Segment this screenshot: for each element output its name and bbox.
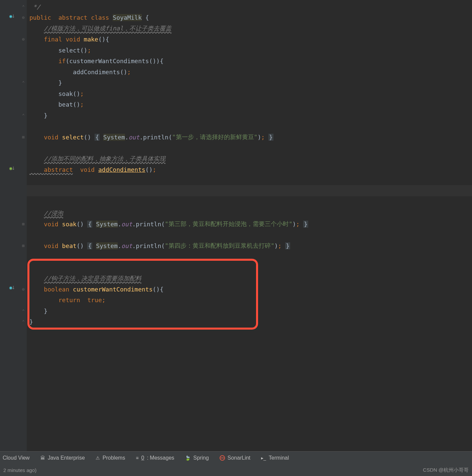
brace: { [142,14,149,21]
code-editor[interactable]: ◉↓ ◉↓ ◉↓ ⌃ ⊖ ⊖ ⌃ ⌃ ⊞ ⊞ ⊞ ⊖ ⌃ ⌃ */ public… [0,0,472,451]
keyword: void [66,36,80,43]
problems-label: Problems [103,455,125,461]
keyword: final [44,36,62,43]
keyword: abstract [44,166,73,173]
fold-end-icon[interactable]: ⌃ [20,1,27,12]
building-icon: 🏛 [40,455,45,461]
string-literal: "第四步：黄豆和配料放到豆浆机去打碎" [165,242,274,250]
fold-end-icon[interactable]: ⌃ [20,78,27,89]
class-ref: System [96,242,118,249]
fold-start-icon[interactable]: ⊖ [20,284,27,295]
override-icon[interactable]: ◉↓ [9,12,17,19]
terminal-tab[interactable]: ▸_Terminal [261,455,289,461]
sonarlint-tab[interactable]: SonarLint [220,455,251,461]
method-name: make [84,36,98,43]
class-ref: System [103,134,125,141]
string-literal: "第一步，请选择好的新鲜黄豆" [172,133,258,141]
keyword: void [44,242,58,249]
method-name: select [62,134,84,141]
fold-collapsed-icon[interactable]: ⊞ [20,132,27,143]
fold-end-icon[interactable]: ⌃ [20,110,27,121]
fold-start-icon[interactable]: ⊖ [20,34,27,45]
java-ee-label: Java Enterprise [48,455,85,461]
paren: (){ [98,36,109,43]
brace: } [44,308,47,315]
fold-start-icon[interactable]: ⊖ [20,12,27,23]
method-name: customerWantCondiments [73,286,152,293]
keyword: public [29,14,51,21]
code-area[interactable]: */ public abstract class SoyaMilk { //模版… [27,0,472,451]
override-icon[interactable]: ◉↓ [9,164,17,171]
status-left-text: 2 minutes ago) [3,467,36,473]
fold-end-icon[interactable]: ⌃ [20,317,27,328]
sonarlint-icon [220,455,225,461]
messages-tab[interactable]: ≡0: Messages [136,455,174,461]
list-icon: ≡ [136,455,138,461]
semicolon: ; [102,296,106,304]
messages-count: 0 [141,455,144,461]
method-name: soak [62,221,77,228]
cloud-view-label: Cloud View [3,455,30,461]
terminal-icon: ▸_ [261,455,266,461]
fold-end-icon[interactable]: ⌃ [20,306,27,317]
method-name: addCondiments [98,166,145,173]
problems-tab[interactable]: ⚠Problems [96,455,125,461]
keyword: abstract [58,14,88,21]
tool-window-bar: Cloud View 🏛Java Enterprise ⚠Problems ≡0… [0,451,472,464]
comment-text: //添加不同的配料，抽象方法，子类具体实现 [44,155,165,163]
keyword: class [91,14,109,21]
call: addCondiments() [73,69,127,76]
fold-collapsed-icon[interactable]: ⊞ [20,240,27,251]
keyword: if [58,57,66,65]
paren: () [77,221,84,228]
keyword: true [87,296,102,304]
watermark-text: CSDN @杭州小哥哥 [423,467,469,473]
condition: (customerWantCondiments()){ [66,57,163,65]
keyword: return [58,296,80,304]
class-name: SoyaMilk [113,14,142,21]
paren: () [77,242,84,249]
status-bar: 2 minutes ago) CSDN @杭州小哥哥 [0,464,472,476]
paren: (){ [152,286,163,293]
keyword: void [44,221,58,228]
cloud-view-tab[interactable]: Cloud View [3,455,30,461]
field-ref: out [121,242,132,249]
field-ref: out [121,221,132,228]
spring-label: Spring [193,455,209,461]
leaf-icon: 🍃 [185,455,191,461]
messages-label: : Messages [147,455,174,461]
brace: } [58,79,62,86]
warning-icon: ⚠ [96,455,100,461]
method-name: beat [62,242,77,249]
comment-text: */ [29,3,40,10]
comment-text: //钩子方法，决定是否需要添加配料 [44,274,141,282]
call: select() [58,47,88,54]
brace: } [44,112,47,119]
call: .println( [139,134,172,141]
keyword: void [44,134,58,141]
field-ref: out [129,134,140,141]
brace: } [29,318,33,325]
terminal-label: Terminal [269,455,289,461]
keyword: void [80,166,95,173]
override-icon[interactable]: ◉↓ [9,283,17,291]
java-enterprise-tab[interactable]: 🏛Java Enterprise [40,455,85,461]
sonarlint-label: SonarLint [228,455,251,461]
gutter: ◉↓ ◉↓ ◉↓ [0,0,20,451]
spring-tab[interactable]: 🍃Spring [185,455,209,461]
fold-column: ⌃ ⊖ ⊖ ⌃ ⌃ ⊞ ⊞ ⊞ ⊖ ⌃ ⌃ [20,0,27,451]
fold-collapsed-icon[interactable]: ⊞ [20,219,27,230]
call: soak() [58,90,80,97]
keyword: boolean [44,286,69,293]
class-ref: System [96,221,118,228]
call: beat() [58,101,80,108]
comment-text: //浸泡 [44,209,63,217]
string-literal: "第三部，黄豆和配料开始浸泡，需要三个小时" [165,220,292,228]
comment-text: //模版方法，可以做成final，不让子类去覆盖 [44,24,171,32]
paren: () [84,134,91,141]
